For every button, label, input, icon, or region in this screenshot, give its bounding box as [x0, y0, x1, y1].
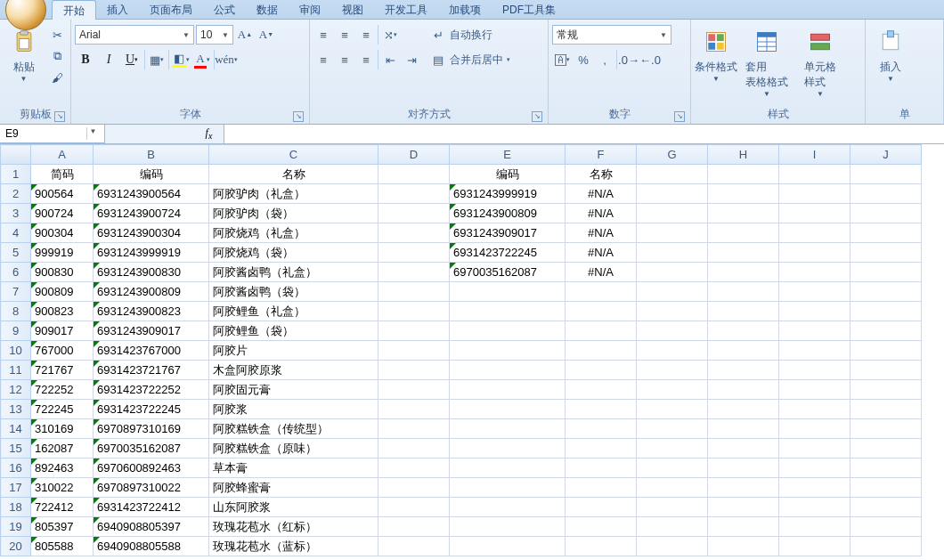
- cell-G1[interactable]: [637, 165, 708, 184]
- cell-F6[interactable]: #N/A: [566, 263, 637, 282]
- cell-H19[interactable]: [708, 517, 779, 537]
- cell-B4[interactable]: 6931243900304: [94, 223, 209, 243]
- tab-2[interactable]: 页面布局: [139, 0, 203, 20]
- align-center-button[interactable]: ≡: [335, 50, 354, 69]
- cell-H11[interactable]: [708, 361, 779, 380]
- cell-G2[interactable]: [637, 184, 708, 204]
- cell-D2[interactable]: [378, 184, 450, 204]
- cell-A1[interactable]: 简码: [31, 165, 94, 184]
- cell-B13[interactable]: 6931423722245: [94, 400, 209, 419]
- cell-H15[interactable]: [708, 439, 779, 459]
- cell-G10[interactable]: [637, 341, 708, 361]
- cell-J18[interactable]: [850, 498, 922, 517]
- cell-I8[interactable]: [779, 302, 850, 321]
- cell-B18[interactable]: 6931423722412: [94, 498, 209, 517]
- cell-F5[interactable]: #N/A: [566, 243, 637, 263]
- cell-E12[interactable]: [450, 380, 566, 400]
- cell-B20[interactable]: 6940908805588: [94, 537, 209, 556]
- cell-J17[interactable]: [850, 478, 922, 498]
- cell-H10[interactable]: [708, 341, 779, 361]
- orientation-button[interactable]: ⤭▾: [380, 25, 400, 45]
- cell-J2[interactable]: [850, 184, 922, 204]
- cell-D19[interactable]: [378, 517, 450, 537]
- cell-J11[interactable]: [850, 361, 922, 380]
- cell-J13[interactable]: [850, 400, 922, 419]
- number-launcher[interactable]: ↘: [674, 111, 685, 122]
- cell-C13[interactable]: 阿胶浆: [209, 400, 378, 419]
- cell-C4[interactable]: 阿胶烧鸡（礼盒）: [209, 223, 378, 243]
- increase-decimal-button[interactable]: .0→: [619, 50, 639, 69]
- cell-C2[interactable]: 阿胶驴肉（礼盒）: [209, 184, 378, 204]
- cell-E1[interactable]: 编码: [450, 165, 566, 184]
- cell-G17[interactable]: [637, 478, 708, 498]
- cell-J3[interactable]: [850, 204, 922, 223]
- cell-A8[interactable]: 900823: [31, 302, 94, 321]
- number-format-combo[interactable]: 常规 ▼: [552, 25, 671, 45]
- cell-E4[interactable]: 6931243909017: [450, 223, 566, 243]
- cell-E18[interactable]: [450, 498, 566, 517]
- col-header-H[interactable]: H: [708, 145, 779, 165]
- name-box[interactable]: E9 ▼: [0, 125, 105, 143]
- cell-G12[interactable]: [637, 380, 708, 400]
- cell-E3[interactable]: 6931243900809: [450, 204, 566, 223]
- cell-D20[interactable]: [378, 537, 450, 556]
- cell-G18[interactable]: [637, 498, 708, 517]
- cell-H16[interactable]: [708, 459, 779, 478]
- cell-A10[interactable]: 767000: [31, 341, 94, 361]
- tab-9[interactable]: PDF工具集: [492, 0, 566, 20]
- cell-A15[interactable]: 162087: [31, 439, 94, 459]
- align-middle-button[interactable]: ≡: [335, 25, 354, 45]
- row-header[interactable]: 17: [1, 478, 31, 498]
- tab-3[interactable]: 公式: [203, 0, 246, 20]
- cell-E20[interactable]: [450, 537, 566, 556]
- tab-4[interactable]: 数据: [246, 0, 289, 20]
- cell-I19[interactable]: [779, 517, 850, 537]
- cell-styles-button[interactable]: 单元格 样式 ▼: [796, 25, 844, 101]
- cell-J15[interactable]: [850, 439, 922, 459]
- cell-B7[interactable]: 6931243900809: [94, 282, 209, 302]
- cell-C15[interactable]: 阿胶糕铁盒（原味）: [209, 439, 378, 459]
- col-header-A[interactable]: A: [31, 145, 94, 165]
- cell-J19[interactable]: [850, 517, 922, 537]
- cell-B5[interactable]: 6931243999919: [94, 243, 209, 263]
- cell-E11[interactable]: [450, 361, 566, 380]
- font-launcher[interactable]: ↘: [293, 111, 304, 122]
- row-header[interactable]: 7: [1, 282, 31, 302]
- cell-F10[interactable]: [566, 341, 637, 361]
- cell-H13[interactable]: [708, 400, 779, 419]
- cell-D5[interactable]: [378, 243, 450, 263]
- decrease-indent-button[interactable]: ⇤: [380, 50, 400, 69]
- cell-F9[interactable]: [566, 321, 637, 341]
- grow-font-button[interactable]: A▲: [235, 25, 255, 45]
- cell-F17[interactable]: [566, 478, 637, 498]
- cell-H8[interactable]: [708, 302, 779, 321]
- chevron-down-icon[interactable]: ▼: [86, 127, 99, 140]
- row-header[interactable]: 4: [1, 223, 31, 243]
- cell-B14[interactable]: 6970897310169: [94, 419, 209, 439]
- cell-E9[interactable]: [450, 321, 566, 341]
- cell-I3[interactable]: [779, 204, 850, 223]
- cell-I1[interactable]: [779, 165, 850, 184]
- row-header[interactable]: 13: [1, 400, 31, 419]
- cell-A19[interactable]: 805397: [31, 517, 94, 537]
- row-header[interactable]: 11: [1, 361, 31, 380]
- cell-A17[interactable]: 310022: [31, 478, 94, 498]
- cell-E19[interactable]: [450, 517, 566, 537]
- cell-D12[interactable]: [378, 380, 450, 400]
- cell-G8[interactable]: [637, 302, 708, 321]
- cell-J10[interactable]: [850, 341, 922, 361]
- cell-B9[interactable]: 6931243909017: [94, 321, 209, 341]
- format-as-table-button[interactable]: 套用 表格格式 ▼: [741, 25, 793, 101]
- align-right-button[interactable]: ≡: [356, 50, 376, 69]
- cell-G19[interactable]: [637, 517, 708, 537]
- cell-I5[interactable]: [779, 243, 850, 263]
- row-header[interactable]: 8: [1, 302, 31, 321]
- cell-D13[interactable]: [378, 400, 450, 419]
- cell-D11[interactable]: [378, 361, 450, 380]
- cell-I13[interactable]: [779, 400, 850, 419]
- cell-E14[interactable]: [450, 419, 566, 439]
- cell-H5[interactable]: [708, 243, 779, 263]
- cell-C6[interactable]: 阿胶酱卤鸭（礼盒）: [209, 263, 378, 282]
- cell-E13[interactable]: [450, 400, 566, 419]
- cell-B2[interactable]: 6931243900564: [94, 184, 209, 204]
